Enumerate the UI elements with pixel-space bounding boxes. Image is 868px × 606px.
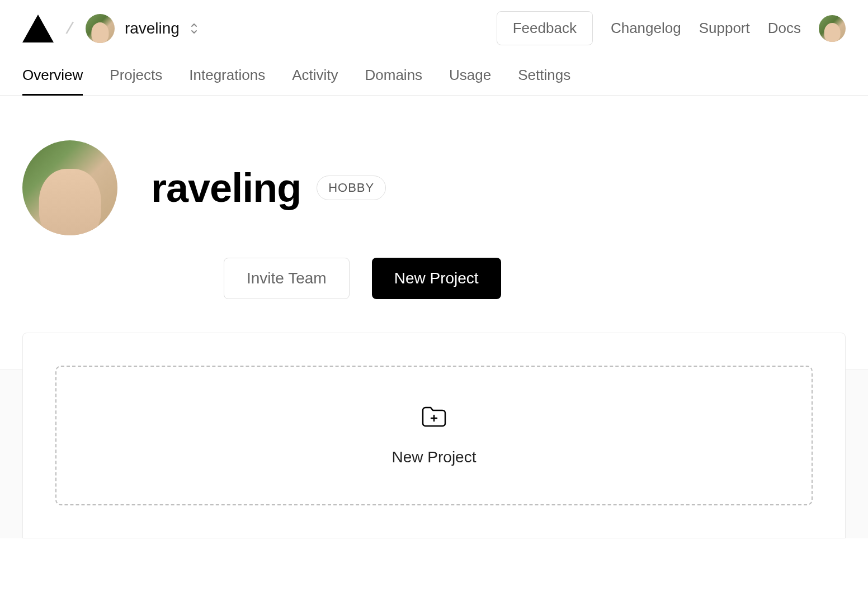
actions: Invite Team New Project bbox=[224, 258, 846, 299]
vercel-logo-icon[interactable] bbox=[22, 15, 54, 42]
header-right: Feedback Changelog Support Docs bbox=[497, 11, 846, 45]
profile-row: raveling HOBBY bbox=[22, 140, 846, 235]
new-project-button[interactable]: New Project bbox=[372, 258, 501, 299]
invite-team-button[interactable]: Invite Team bbox=[224, 258, 350, 299]
tab-settings[interactable]: Settings bbox=[518, 56, 570, 96]
scope-selector[interactable]: raveling bbox=[86, 14, 199, 43]
tab-domains[interactable]: Domains bbox=[365, 56, 423, 96]
tab-overview[interactable]: Overview bbox=[22, 56, 83, 96]
tabs: Overview Projects Integrations Activity … bbox=[0, 56, 868, 96]
support-link[interactable]: Support bbox=[699, 20, 750, 37]
profile-avatar bbox=[22, 140, 117, 235]
user-menu-avatar[interactable] bbox=[819, 15, 846, 42]
projects-card: New Project bbox=[22, 333, 846, 538]
plan-badge: HOBBY bbox=[317, 176, 386, 200]
tab-activity[interactable]: Activity bbox=[292, 56, 338, 96]
username-block: raveling HOBBY bbox=[151, 165, 386, 211]
new-project-zone[interactable]: New Project bbox=[55, 366, 813, 505]
changelog-link[interactable]: Changelog bbox=[611, 20, 681, 37]
header-left: / raveling bbox=[22, 14, 199, 43]
tab-integrations[interactable]: Integrations bbox=[189, 56, 265, 96]
breadcrumb-slash: / bbox=[64, 17, 74, 39]
main: raveling HOBBY Invite Team New Project N… bbox=[0, 96, 868, 538]
username: raveling bbox=[151, 165, 301, 211]
tab-usage[interactable]: Usage bbox=[449, 56, 491, 96]
chevron-up-down-icon[interactable] bbox=[190, 22, 199, 35]
feedback-button[interactable]: Feedback bbox=[497, 11, 593, 45]
avatar bbox=[86, 14, 115, 43]
folder-plus-icon bbox=[421, 405, 447, 428]
new-project-label: New Project bbox=[392, 448, 477, 466]
tab-projects[interactable]: Projects bbox=[110, 56, 162, 96]
docs-link[interactable]: Docs bbox=[768, 20, 801, 37]
header: / raveling Feedback Changelog Support Do… bbox=[0, 0, 868, 56]
scope-name: raveling bbox=[125, 20, 180, 37]
